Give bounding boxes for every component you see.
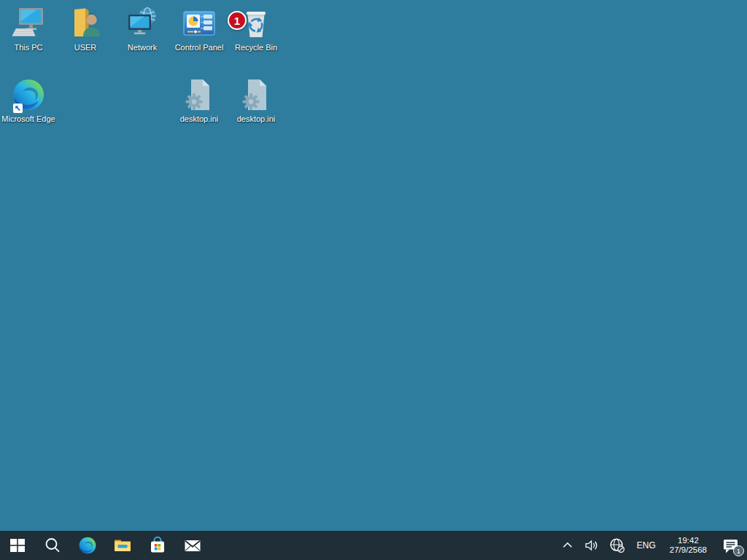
ini-file-icon <box>182 76 217 114</box>
network-icon <box>125 4 160 42</box>
chevron-up-icon <box>560 537 576 553</box>
desktop-icon-desktop-ini-1[interactable]: desktop.ini <box>171 76 228 124</box>
action-center-badge: 1 <box>733 545 744 556</box>
desktop: This PC USER <box>0 0 747 531</box>
tray-network-button[interactable] <box>605 531 630 560</box>
icon-label: This PC <box>14 43 42 52</box>
windows-logo-icon <box>8 536 27 555</box>
desktop-icon-microsoft-edge[interactable]: Microsoft Edge <box>0 76 57 124</box>
ini-file-icon <box>239 76 274 114</box>
user-folder-icon <box>68 4 103 42</box>
globe-no-internet-icon <box>608 537 626 554</box>
file-explorer-icon <box>113 536 132 555</box>
icon-label: desktop.ini <box>180 114 219 124</box>
volume-icon <box>584 537 601 554</box>
shortcut-arrow-icon <box>13 104 23 113</box>
control-panel-icon: 1 <box>182 4 217 42</box>
search-button[interactable] <box>35 531 70 560</box>
icon-label: USER <box>74 43 97 52</box>
system-tray: ENG 19:42 27/9/2568 1 <box>555 531 747 560</box>
this-pc-icon <box>11 4 46 42</box>
desktop-icon-network[interactable]: Network <box>114 4 171 52</box>
tray-show-hidden-icons-button[interactable] <box>555 531 580 560</box>
desktop-icon-control-panel[interactable]: 1 Control Panel <box>171 4 228 52</box>
taskbar-mail-button[interactable] <box>175 531 210 560</box>
edge-icon <box>11 76 46 114</box>
desktop-icon-desktop-ini-2[interactable]: desktop.ini <box>228 76 285 124</box>
taskbar-file-explorer-button[interactable] <box>105 531 140 560</box>
tray-clock[interactable]: 19:42 27/9/2568 <box>663 531 713 560</box>
tray-language-indicator[interactable]: ENG <box>630 531 663 560</box>
start-button[interactable] <box>0 531 35 560</box>
taskbar-microsoft-store-button[interactable] <box>140 531 175 560</box>
taskbar-edge-button[interactable] <box>70 531 105 560</box>
clock-time: 19:42 <box>678 536 699 545</box>
clock-date: 27/9/2568 <box>670 545 707 555</box>
search-icon <box>43 536 62 555</box>
desktop-icon-user-folder[interactable]: USER <box>57 4 114 52</box>
tray-action-center-button[interactable]: 1 <box>713 531 747 560</box>
icon-label: Control Panel <box>175 43 224 52</box>
microsoft-store-icon <box>148 536 167 555</box>
icon-label: Recycle Bin <box>235 43 277 52</box>
icon-label: desktop.ini <box>237 114 276 124</box>
edge-icon <box>78 536 97 555</box>
icon-label: Microsoft Edge <box>1 114 55 124</box>
tray-volume-button[interactable] <box>580 531 605 560</box>
notification-count-badge: 1 <box>228 11 247 30</box>
taskbar: ENG 19:42 27/9/2568 1 <box>0 531 747 560</box>
icon-label: Network <box>128 43 157 52</box>
mail-icon <box>183 536 202 555</box>
desktop-icon-this-pc[interactable]: This PC <box>0 4 57 52</box>
